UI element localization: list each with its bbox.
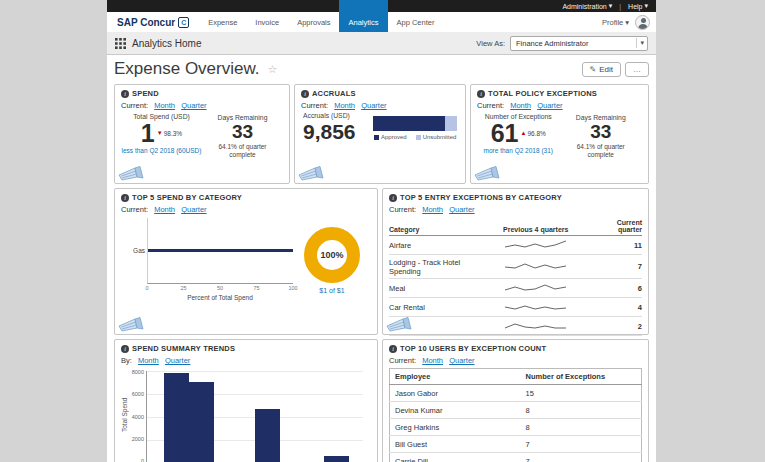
trend-bar bbox=[255, 409, 280, 462]
quarter-link[interactable]: Quarter bbox=[361, 101, 386, 110]
trend-sparkline-icon bbox=[504, 301, 568, 312]
analytics-home-title: Analytics Home bbox=[132, 38, 201, 49]
y-axis-ticks: 8000 6000 4000 2000 0 bbox=[128, 369, 146, 462]
current-quarter-header-text: Current quarter bbox=[612, 219, 642, 233]
sparkline-cell bbox=[490, 236, 581, 255]
month-link[interactable]: Month bbox=[510, 101, 531, 110]
view-as-dropdown[interactable]: Finance Administrator ▾ bbox=[510, 36, 648, 51]
apps-grid-icon[interactable] bbox=[115, 38, 126, 49]
card-title: TOP 5 ENTRY EXCEPTIONS BY CATEGORY bbox=[400, 193, 562, 202]
profile-label: Profile bbox=[602, 18, 623, 27]
favorite-star-icon[interactable]: ☆ bbox=[268, 63, 278, 76]
sparkline-cell bbox=[490, 298, 581, 317]
previous-quarters-column-header: Previous 4 quarters bbox=[490, 217, 581, 236]
quarter-link[interactable]: Quarter bbox=[181, 101, 206, 110]
administration-menu[interactable]: Administration ▾ bbox=[562, 2, 612, 10]
main-header: SAP Concur C Expense Invoice Approvals A… bbox=[107, 12, 656, 32]
info-icon[interactable]: i bbox=[477, 90, 485, 98]
delta-percent: 96.8% bbox=[527, 130, 545, 137]
quarter-complete-note: 64.1% of quarter complete bbox=[212, 143, 274, 160]
table-row: Carrie Dill 7 bbox=[390, 453, 642, 462]
nav-expense[interactable]: Expense bbox=[199, 12, 246, 32]
info-icon[interactable]: i bbox=[121, 345, 129, 353]
quarter-link[interactable]: Quarter bbox=[449, 205, 474, 214]
exception-count: 2 bbox=[581, 317, 642, 336]
help-label: Help bbox=[628, 3, 642, 10]
month-link[interactable]: Month bbox=[154, 101, 175, 110]
approved-bar-segment bbox=[373, 116, 445, 131]
delta-note: less than Q2 2018 (60USD) bbox=[122, 147, 202, 154]
category-cell: Car Rental bbox=[389, 298, 490, 317]
edit-button[interactable]: ✎ Edit bbox=[582, 62, 622, 77]
total-spend-value: 1 bbox=[141, 120, 155, 146]
info-icon[interactable]: i bbox=[121, 90, 129, 98]
y-tick: 0 bbox=[141, 458, 144, 462]
page-title: Expense Overview. bbox=[114, 59, 260, 79]
current-label: Current: bbox=[477, 101, 504, 110]
exceptions-column-header: Number of Exceptions bbox=[521, 369, 642, 385]
days-remaining-value: 33 bbox=[232, 121, 253, 143]
more-options-button[interactable]: … bbox=[625, 62, 649, 77]
exceptions-kpi: Number of Exceptions 61 ▲ 96.8% more tha… bbox=[477, 113, 560, 160]
top10-users-card: i TOP 10 USERS BY EXCEPTION COUNT Curren… bbox=[382, 339, 649, 462]
quarter-link[interactable]: Quarter bbox=[165, 356, 190, 365]
info-icon[interactable]: i bbox=[121, 194, 129, 202]
days-remaining-label: Days Remaining bbox=[218, 114, 268, 121]
analytics-subheader: Analytics Home View As: Finance Administ… bbox=[107, 32, 656, 55]
megaphone-icon bbox=[386, 317, 412, 332]
employee-name: Bill Guest bbox=[390, 436, 521, 453]
info-icon[interactable]: i bbox=[389, 194, 397, 202]
info-icon[interactable]: i bbox=[301, 90, 309, 98]
approved-swatch-icon bbox=[374, 135, 379, 140]
days-remaining-label: Days Remaining bbox=[576, 114, 626, 121]
nav-app-center[interactable]: App Center bbox=[388, 12, 444, 32]
employee-name: Carrie Dill bbox=[390, 453, 521, 462]
category-cell: Meal bbox=[389, 279, 490, 298]
concur-logo-badge-icon: C bbox=[178, 17, 189, 28]
donut-value: 100% bbox=[320, 250, 343, 260]
employee-name: Jason Gabor bbox=[390, 385, 521, 402]
days-remaining-kpi: Days Remaining 33 64.1% of quarter compl… bbox=[560, 113, 643, 160]
exception-count: 7 bbox=[521, 453, 642, 462]
exceptions-value: 61 bbox=[491, 120, 519, 146]
category-cell: Lodging - Track Hotel Spending bbox=[389, 255, 490, 279]
caret-down-icon: ▾ bbox=[636, 38, 647, 48]
table-row: Greg Harkins 8 bbox=[390, 419, 642, 436]
employee-name: Devina Kumar bbox=[390, 402, 521, 419]
nav-invoice[interactable]: Invoice bbox=[246, 12, 288, 32]
user-avatar[interactable] bbox=[635, 15, 650, 30]
trend-bar bbox=[324, 456, 349, 462]
spend-trends-chart: Total Spend 8000 6000 4000 2000 0 bbox=[121, 369, 371, 462]
exception-count: 6 bbox=[581, 279, 642, 298]
page-background: Administration ▾ | Help ▾ SAP Concur C E… bbox=[0, 0, 765, 462]
days-remaining-value: 33 bbox=[590, 121, 611, 143]
view-as-label: View As: bbox=[476, 39, 505, 48]
y-tick: 8000 bbox=[132, 369, 144, 375]
help-menu[interactable]: Help ▾ bbox=[628, 2, 648, 10]
exceptions-by-category-table: Category Previous 4 quarters Current qua… bbox=[389, 217, 642, 336]
month-link[interactable]: Month bbox=[422, 356, 443, 365]
nav-approvals[interactable]: Approvals bbox=[288, 12, 339, 32]
accruals-kpi: Accruals (USD) 9,856 bbox=[301, 112, 367, 144]
quarter-link[interactable]: Quarter bbox=[181, 205, 206, 214]
trend-sparkline-icon bbox=[504, 320, 568, 331]
x-tick: 75 bbox=[253, 285, 259, 291]
accruals-legend: Approved Unsubmitted bbox=[373, 134, 457, 140]
current-label: Current: bbox=[301, 101, 328, 110]
month-link[interactable]: Month bbox=[334, 101, 355, 110]
megaphone-icon bbox=[474, 166, 500, 181]
month-link[interactable]: Month bbox=[138, 356, 159, 365]
info-icon[interactable]: i bbox=[389, 345, 397, 353]
exception-count: 7 bbox=[521, 436, 642, 453]
profile-menu[interactable]: Profile ▾ bbox=[602, 18, 629, 27]
topbar-divider: | bbox=[619, 3, 621, 10]
category-bar bbox=[148, 249, 293, 252]
spend-by-category-chart: Gas 0 25 50 75 100 Percent of Total Spen… bbox=[121, 218, 293, 301]
quarter-link[interactable]: Quarter bbox=[449, 356, 474, 365]
quarter-link[interactable]: Quarter bbox=[537, 101, 562, 110]
month-link[interactable]: Month bbox=[154, 205, 175, 214]
spend-card: i SPEND Current: Month Quarter Total Spe… bbox=[114, 84, 290, 184]
sap-concur-logo[interactable]: SAP Concur C bbox=[107, 12, 189, 32]
month-link[interactable]: Month bbox=[422, 205, 443, 214]
nav-analytics[interactable]: Analytics bbox=[339, 12, 387, 32]
